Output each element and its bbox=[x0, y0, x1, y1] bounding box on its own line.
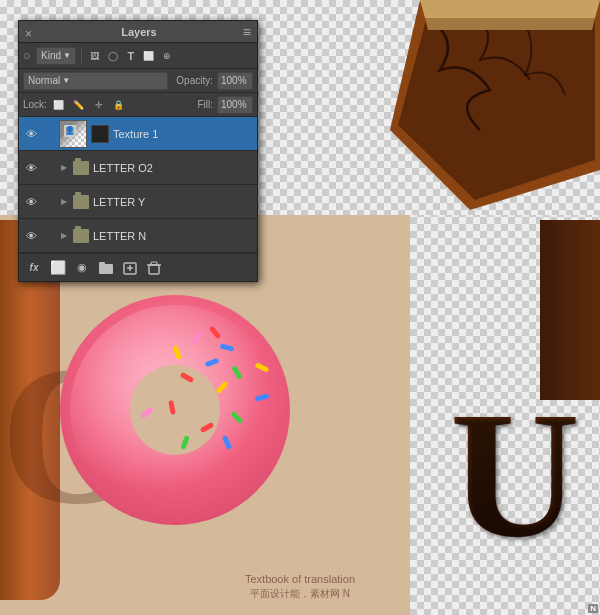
fx-button[interactable]: fx bbox=[23, 257, 45, 279]
folder-icon-letter-n bbox=[73, 229, 89, 243]
layer-thumb-texture1: 👤 bbox=[59, 120, 87, 148]
new-layer-icon bbox=[123, 261, 137, 275]
panel-title: Layers bbox=[121, 26, 156, 38]
add-adjustment-button[interactable]: ◉ bbox=[71, 257, 93, 279]
layer-name-letter-y: LETTER Y bbox=[93, 196, 253, 208]
svg-marker-6 bbox=[420, 0, 600, 18]
chain-icon-letter-n bbox=[43, 228, 55, 244]
fill-input[interactable]: 100% bbox=[217, 96, 253, 114]
svg-marker-7 bbox=[425, 18, 595, 30]
chain-icon-letter-o2 bbox=[43, 160, 55, 176]
eye-icon-letter-n[interactable]: 👁 bbox=[23, 228, 39, 244]
choco-right bbox=[540, 220, 600, 400]
group-arrow-letter-n[interactable]: ▶ bbox=[59, 228, 69, 244]
folder-icon-letter-o2 bbox=[73, 161, 89, 175]
layers-panel: × Layers ≡ ⊙ Kind ▼ 🖼 ◯ T ⬜ ⊕ Normal ▼ O… bbox=[18, 20, 258, 282]
watermark-text: Textbook of translation bbox=[245, 573, 355, 585]
add-mask-button[interactable]: ⬜ bbox=[47, 257, 69, 279]
layer-mask-thumb-texture1 bbox=[91, 125, 109, 143]
panel-titlebar: × Layers ≡ bbox=[19, 21, 257, 43]
filter-label: ⊙ bbox=[23, 51, 31, 61]
group-arrow-letter-y[interactable]: ▶ bbox=[59, 194, 69, 210]
panel-menu-icon[interactable]: ≡ bbox=[243, 24, 251, 40]
n-badge: N bbox=[588, 604, 598, 613]
filter-row: ⊙ Kind ▼ 🖼 ◯ T ⬜ ⊕ bbox=[19, 43, 257, 69]
layer-name-texture1: Texture 1 bbox=[113, 128, 253, 140]
svg-rect-15 bbox=[151, 262, 157, 265]
filter-icon-shape[interactable]: ⬜ bbox=[141, 48, 157, 64]
cake-slice-image bbox=[370, 0, 600, 215]
eye-icon-letter-y[interactable]: 👁 bbox=[23, 194, 39, 210]
panel-close-button[interactable]: × bbox=[25, 27, 35, 37]
lock-position-btn[interactable]: ✛ bbox=[91, 97, 107, 113]
letter-u-text: U bbox=[450, 385, 580, 565]
fill-label: Fill: bbox=[197, 99, 213, 110]
layer-name-letter-o2: LETTER O2 bbox=[93, 162, 253, 174]
opacity-input[interactable]: 100% bbox=[217, 72, 253, 90]
filter-icon-text[interactable]: T bbox=[123, 48, 139, 64]
layer-row-texture1[interactable]: 👁 👤 Texture 1 bbox=[19, 117, 257, 151]
mode-opacity-row: Normal ▼ Opacity: 100% bbox=[19, 69, 257, 93]
layer-row-letter-y[interactable]: 👁 ▶ LETTER Y bbox=[19, 185, 257, 219]
lock-image-btn[interactable]: ✏️ bbox=[71, 97, 87, 113]
layer-row-letter-o2[interactable]: 👁 ▶ LETTER O2 bbox=[19, 151, 257, 185]
group-arrow-letter-o2[interactable]: ▶ bbox=[59, 160, 69, 176]
blend-mode-dropdown[interactable]: Normal ▼ bbox=[23, 72, 168, 90]
filter-icon-smart[interactable]: ⊕ bbox=[159, 48, 175, 64]
lock-all-btn[interactable]: 🔒 bbox=[111, 97, 127, 113]
layer-row-letter-n[interactable]: 👁 ▶ LETTER N bbox=[19, 219, 257, 253]
filter-icons: 🖼 ◯ T ⬜ ⊕ bbox=[87, 48, 175, 64]
filter-icon-adjustment[interactable]: ◯ bbox=[105, 48, 121, 64]
delete-layer-button[interactable] bbox=[143, 257, 165, 279]
thumb-person-icon: 👤 bbox=[64, 125, 76, 137]
new-layer-button[interactable] bbox=[119, 257, 141, 279]
lock-label: Lock: bbox=[23, 99, 47, 110]
eye-icon-letter-o2[interactable]: 👁 bbox=[23, 160, 39, 176]
folder-icon-letter-y bbox=[73, 195, 89, 209]
panel-toolbar: fx ⬜ ◉ bbox=[19, 253, 257, 281]
opacity-label: Opacity: bbox=[176, 75, 213, 86]
lock-transparent-btn[interactable]: ⬜ bbox=[51, 97, 67, 113]
eye-icon-texture1[interactable]: 👁 bbox=[23, 126, 39, 142]
new-group-button[interactable] bbox=[95, 257, 117, 279]
filter-separator bbox=[81, 48, 82, 64]
donut-image bbox=[60, 295, 290, 525]
watermark2-text: 平面设计能，素材网 N bbox=[250, 587, 350, 601]
svg-rect-9 bbox=[99, 262, 105, 266]
kind-dropdown[interactable]: Kind ▼ bbox=[36, 47, 76, 65]
lock-row: Lock: ⬜ ✏️ ✛ 🔒 Fill: 100% bbox=[19, 93, 257, 117]
chain-icon-texture1 bbox=[43, 126, 55, 142]
svg-rect-13 bbox=[149, 265, 159, 274]
folder-icon bbox=[99, 261, 113, 275]
trash-icon bbox=[147, 261, 161, 275]
layer-name-letter-n: LETTER N bbox=[93, 230, 253, 242]
filter-icon-image[interactable]: 🖼 bbox=[87, 48, 103, 64]
chain-icon-letter-y bbox=[43, 194, 55, 210]
